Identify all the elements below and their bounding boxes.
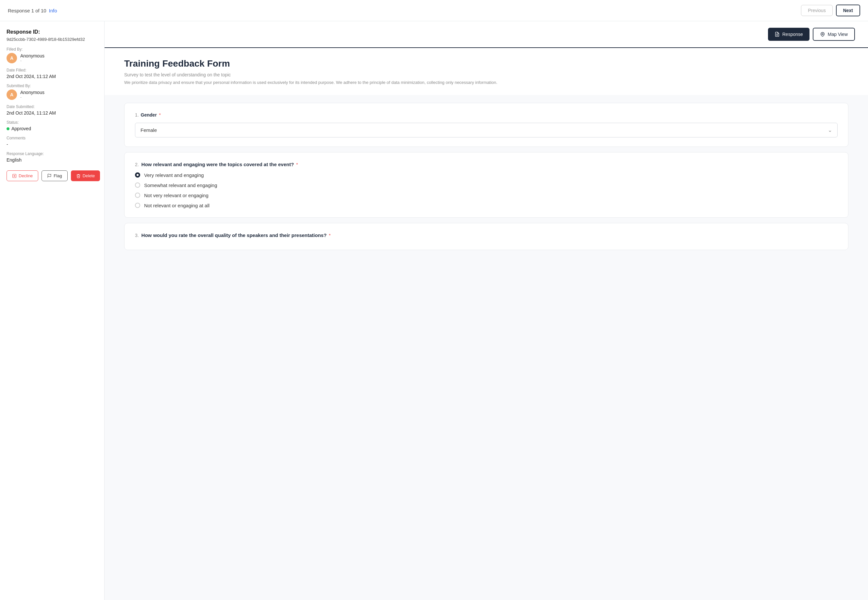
- question-2-options: Very relevant and engaging Somewhat rele…: [135, 172, 838, 208]
- response-counter: Response 1 of 10: [8, 8, 46, 14]
- filled-by-label: Filled By:: [6, 47, 98, 52]
- radio-option-3[interactable]: Not very relevant or engaging: [135, 192, 838, 198]
- comments-label: Comments: [6, 136, 98, 140]
- filled-by-user-row: A Anonymous -: [6, 53, 98, 63]
- date-submitted-value: 2nd Oct 2024, 11:12 AM: [6, 110, 98, 115]
- flag-icon: [47, 174, 52, 178]
- question-3-header: 3. How would you rate the overall qualit…: [135, 232, 838, 238]
- submitted-by-avatar: A: [6, 89, 17, 100]
- response-language-value: English: [6, 158, 98, 162]
- filled-by-avatar: A: [6, 53, 17, 63]
- radio-circle-1: [135, 172, 140, 177]
- submitted-by-sub: -: [20, 95, 44, 100]
- previous-button[interactable]: Previous: [801, 5, 832, 16]
- submitted-by-label: Submitted By:: [6, 83, 98, 88]
- response-id-label: Response ID:: [6, 29, 98, 35]
- content-area: Response Map View Training Feedback Form…: [105, 21, 868, 600]
- gender-dropdown[interactable]: Female ⌄: [135, 123, 838, 138]
- action-buttons: Decline Flag Delete: [6, 170, 98, 181]
- next-button[interactable]: Next: [836, 5, 860, 16]
- delete-button[interactable]: Delete: [71, 170, 100, 181]
- submitted-by-user-row: A Anonymous -: [6, 89, 98, 100]
- questions-area: 1. Gender * Female ⌄ 2. How relevant and…: [105, 95, 868, 258]
- radio-option-4[interactable]: Not relevant or engaging at all: [135, 203, 838, 208]
- filled-by-info: Anonymous -: [20, 53, 44, 63]
- form-subtitle: Survey to test the level of understandin…: [124, 72, 848, 77]
- response-icon: [775, 32, 780, 37]
- map-view-button[interactable]: Map View: [813, 28, 855, 41]
- radio-option-1[interactable]: Very relevant and engaging: [135, 172, 838, 178]
- question-2-header: 2. How relevant and engaging were the to…: [135, 162, 838, 167]
- form-title: Training Feedback Form: [124, 58, 848, 69]
- sidebar: Response ID: 9d25ccbb-7302-4989-8f18-6b1…: [0, 21, 105, 600]
- top-bar: Response 1 of 10 Info Previous Next: [0, 0, 868, 21]
- delete-icon: [76, 174, 81, 178]
- status-dot: [6, 127, 9, 130]
- date-submitted-label: Date Submitted:: [6, 105, 98, 109]
- response-language-label: Response Language:: [6, 152, 98, 156]
- radio-circle-4: [135, 203, 140, 208]
- chevron-down-icon: ⌄: [828, 127, 832, 133]
- info-link[interactable]: Info: [49, 8, 57, 14]
- svg-point-6: [822, 33, 823, 35]
- form-title-section: Training Feedback Form Survey to test th…: [105, 48, 868, 95]
- filled-by-sub: -: [20, 58, 44, 63]
- question-card-1: 1. Gender * Female ⌄: [124, 103, 848, 147]
- radio-option-2[interactable]: Somewhat relevant and engaging: [135, 182, 838, 188]
- date-filled-value: 2nd Oct 2024, 11:12 AM: [6, 74, 98, 79]
- submitted-by-name: Anonymous: [20, 90, 44, 95]
- response-counter-area: Response 1 of 10 Info: [8, 8, 57, 14]
- main-layout: Response ID: 9d25ccbb-7302-4989-8f18-6b1…: [0, 21, 868, 600]
- question-1-number: 1. Gender *: [135, 112, 838, 118]
- question-card-2: 2. How relevant and engaging were the to…: [124, 152, 848, 218]
- filled-by-name: Anonymous: [20, 53, 44, 58]
- decline-icon: [12, 174, 17, 178]
- status-value: Approved: [11, 126, 31, 131]
- question-card-3: 3. How would you rate the overall qualit…: [124, 223, 848, 250]
- date-filled-label: Date Filled:: [6, 68, 98, 73]
- submitted-by-info: Anonymous -: [20, 90, 44, 100]
- radio-circle-3: [135, 192, 140, 198]
- status-label: Status:: [6, 120, 98, 125]
- nav-buttons: Previous Next: [801, 5, 860, 16]
- decline-button[interactable]: Decline: [6, 170, 38, 181]
- form-privacy: We prioritize data privacy and ensure th…: [124, 79, 848, 86]
- map-icon: [820, 32, 825, 37]
- view-toggle-header: Response Map View: [105, 21, 868, 48]
- response-view-button[interactable]: Response: [768, 28, 810, 41]
- flag-button[interactable]: Flag: [41, 170, 67, 181]
- response-id-value: 9d25ccbb-7302-4989-8f18-6b15329efd32: [6, 37, 98, 42]
- radio-circle-2: [135, 182, 140, 188]
- status-row: Approved: [6, 126, 98, 131]
- comments-value: -: [6, 142, 98, 147]
